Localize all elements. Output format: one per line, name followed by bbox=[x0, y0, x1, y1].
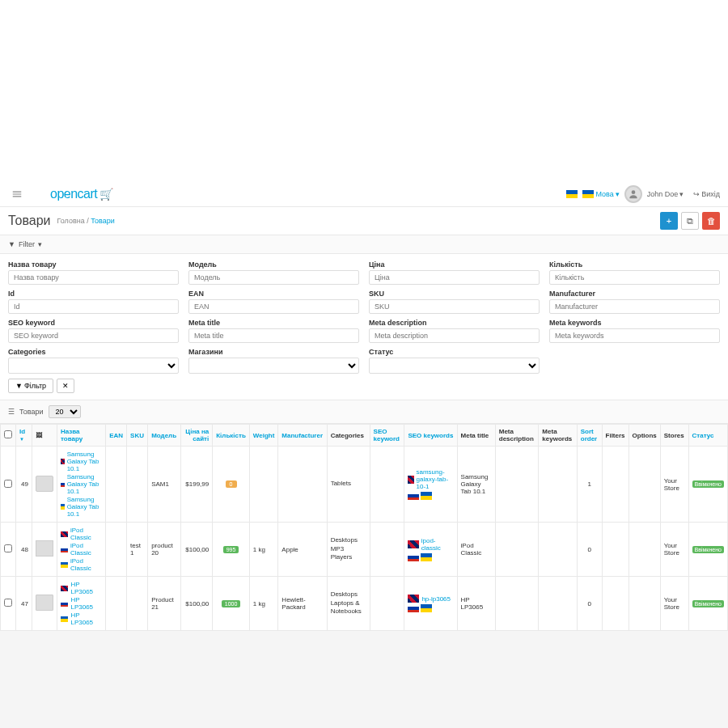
product-name-link[interactable]: Samsung Galaxy Tab 10.1 bbox=[67, 473, 103, 495]
breadcrumb-current[interactable]: Товари bbox=[91, 217, 115, 225]
label-name: Назва товару bbox=[8, 260, 179, 269]
product-name-lang: iPod Classic bbox=[61, 527, 102, 541]
qty-badge: 1000 bbox=[222, 600, 241, 607]
row-checkbox[interactable] bbox=[4, 480, 12, 488]
image-icon: 🖼 bbox=[36, 432, 42, 439]
cell-weight: 1 kg bbox=[249, 523, 278, 577]
col-ean[interactable]: EAN bbox=[106, 425, 127, 447]
add-button[interactable]: + bbox=[660, 212, 678, 230]
label-id: Id bbox=[8, 290, 179, 298]
user-menu[interactable]: John Doe ▾ bbox=[647, 190, 684, 198]
label-sku: SKU bbox=[369, 290, 540, 298]
product-name-link[interactable]: iPod Classic bbox=[70, 557, 102, 572]
filter-toggle[interactable]: ▼ Filter ▾ bbox=[0, 235, 728, 254]
cell-model: SAM1 bbox=[148, 447, 181, 523]
page-size-select[interactable]: 20 bbox=[49, 405, 81, 418]
cell-seo-keyword bbox=[370, 577, 404, 631]
input-id[interactable] bbox=[8, 299, 179, 314]
cell-image[interactable] bbox=[32, 447, 57, 523]
logout-icon: ↪ bbox=[693, 190, 700, 198]
product-thumbnail bbox=[36, 476, 53, 492]
filter-button-label: Фільтр bbox=[24, 382, 46, 390]
col-qty[interactable]: Кількість bbox=[213, 425, 250, 447]
product-name-link[interactable]: iPod Classic bbox=[70, 527, 102, 541]
input-meta-kw[interactable] bbox=[549, 328, 720, 343]
avatar[interactable] bbox=[624, 185, 642, 203]
select-status[interactable] bbox=[369, 358, 540, 374]
cell-status: Ввімкнено bbox=[688, 523, 727, 577]
menu-toggle-button[interactable] bbox=[8, 185, 26, 203]
input-manufacturer[interactable] bbox=[549, 299, 720, 314]
seo-keyword-link[interactable]: ipod-classic bbox=[421, 537, 454, 552]
input-ean[interactable] bbox=[188, 299, 359, 314]
col-manufacturer[interactable]: Manufacturer bbox=[278, 425, 327, 447]
flag-icon bbox=[61, 616, 68, 622]
cell-meta-desc bbox=[495, 523, 539, 577]
product-name-link[interactable]: HP LP3065 bbox=[70, 581, 102, 595]
page-title: Товари bbox=[8, 214, 50, 228]
cell-status: Ввімкнено bbox=[688, 447, 727, 523]
qty-badge: 995 bbox=[223, 546, 239, 553]
row-checkbox[interactable] bbox=[4, 599, 12, 607]
select-categories[interactable] bbox=[8, 358, 179, 374]
col-sku[interactable]: SKU bbox=[127, 425, 148, 447]
input-price[interactable] bbox=[369, 270, 540, 285]
product-name-link[interactable]: Samsung Galaxy Tab 10.1 bbox=[67, 451, 103, 472]
row-checkbox[interactable] bbox=[4, 544, 12, 552]
col-sort[interactable]: Sort order bbox=[577, 425, 602, 447]
flag-icon bbox=[61, 601, 68, 607]
seo-keyword-link[interactable]: hp-lp3065 bbox=[421, 595, 451, 603]
product-name-link[interactable]: HP LP3065 bbox=[70, 612, 102, 626]
filter-submit-button[interactable]: ▼Фільтр bbox=[8, 379, 53, 393]
flag-icon bbox=[408, 553, 419, 561]
cell-image[interactable] bbox=[32, 577, 57, 631]
select-all-checkbox[interactable] bbox=[4, 430, 12, 438]
col-id[interactable]: Id bbox=[16, 425, 32, 447]
cell-model: Product 21 bbox=[148, 577, 181, 631]
language-selector[interactable]: Мова ▾ bbox=[582, 190, 619, 198]
logout-link[interactable]: ↪ Вихід bbox=[688, 190, 720, 198]
col-price[interactable]: Ціна на сайті bbox=[180, 425, 213, 447]
col-model[interactable]: Модель bbox=[148, 425, 181, 447]
flag-icon bbox=[421, 553, 432, 561]
input-meta-desc[interactable] bbox=[369, 328, 540, 343]
col-weight[interactable]: Weight bbox=[249, 425, 278, 447]
product-name-link[interactable]: iPod Classic bbox=[70, 542, 102, 557]
cell-model: product 20 bbox=[148, 523, 181, 577]
filter-icon: ▼ bbox=[15, 382, 23, 390]
cell-stores: Your Store bbox=[660, 447, 688, 523]
cell-filters bbox=[602, 577, 629, 631]
trash-icon: 🗑 bbox=[707, 216, 716, 226]
col-seo-keywords[interactable]: SEO keywords bbox=[404, 425, 457, 447]
cell-weight bbox=[249, 447, 278, 523]
label-model: Модель bbox=[188, 260, 359, 269]
filter-clear-button[interactable]: ✕ bbox=[57, 379, 74, 393]
col-status[interactable]: Статус bbox=[688, 425, 727, 447]
header-right: Мова ▾ John Doe ▾ ↪ Вихід bbox=[566, 185, 720, 203]
input-sku[interactable] bbox=[369, 299, 540, 314]
cell-name: Samsung Galaxy Tab 10.1Samsung Galaxy Ta… bbox=[57, 447, 106, 523]
cell-image[interactable] bbox=[32, 523, 57, 577]
col-seo-keyword[interactable]: SEO keyword bbox=[370, 425, 404, 447]
breadcrumb-home[interactable]: Головна bbox=[57, 217, 84, 225]
copy-button[interactable]: ⧉ bbox=[681, 212, 699, 230]
flag-icon bbox=[421, 492, 432, 500]
input-qty[interactable] bbox=[549, 270, 720, 285]
product-name-link[interactable]: Samsung Galaxy Tab 10.1 bbox=[67, 496, 103, 518]
flag-icon bbox=[61, 459, 65, 464]
flag-ua-icon[interactable] bbox=[566, 190, 578, 198]
logo[interactable]: opencart 🛒 bbox=[50, 187, 113, 201]
col-name[interactable]: Назва товару bbox=[57, 425, 106, 447]
input-name[interactable] bbox=[8, 270, 179, 285]
label-manufacturer: Manufacturer bbox=[549, 290, 720, 298]
seo-keyword-link[interactable]: samsung-galaxy-tab-10-1 bbox=[417, 468, 454, 490]
delete-button[interactable]: 🗑 bbox=[702, 212, 720, 230]
product-name-link[interactable]: HP LP3065 bbox=[70, 596, 102, 611]
cell-options bbox=[629, 447, 660, 523]
input-seo[interactable] bbox=[8, 328, 179, 343]
input-model[interactable] bbox=[188, 270, 359, 285]
input-meta-title[interactable] bbox=[188, 328, 359, 343]
select-stores[interactable] bbox=[188, 358, 359, 374]
product-name-lang: iPod Classic bbox=[61, 557, 102, 572]
cell-seo-keywords: ipod-classic bbox=[404, 523, 457, 577]
